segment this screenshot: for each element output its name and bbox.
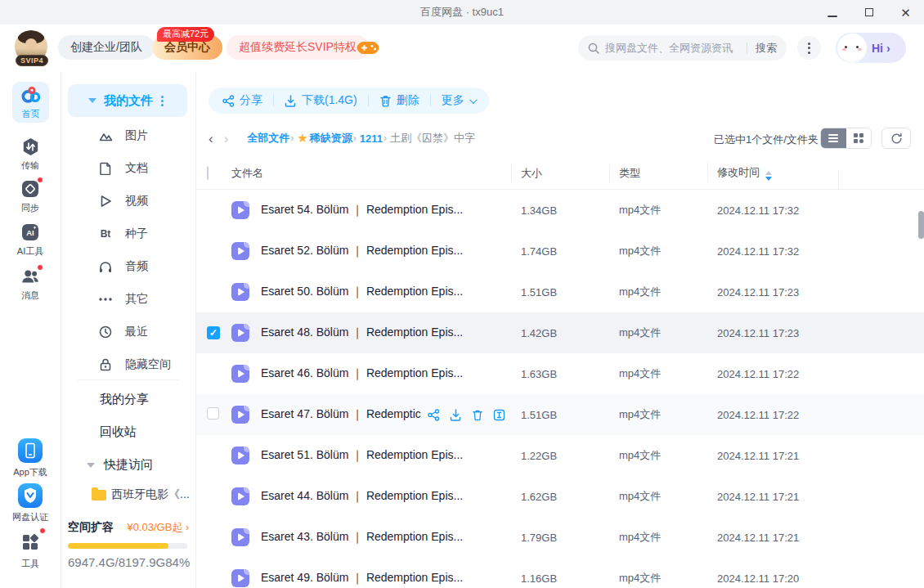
collapse-arrow-icon[interactable] bbox=[87, 463, 95, 468]
sidebar-item-documents[interactable]: 文档 bbox=[61, 152, 195, 185]
clock-icon bbox=[98, 325, 113, 339]
row-checkbox-checked[interactable]: ✓ bbox=[207, 326, 220, 339]
main-content: 分享 下载(1.4G) 删除 更多 ‹ › 全部文件›★稀缺资源›1211›土剧… bbox=[196, 72, 924, 588]
table-row[interactable]: Esaret 52. Bölüm ｜ Redemption Epis... 1.… bbox=[196, 231, 924, 272]
gamepad-icon[interactable] bbox=[357, 39, 379, 60]
file-name[interactable]: Esaret 46. Bölüm ｜ Redemption Epis... bbox=[261, 366, 463, 381]
table-row[interactable]: Esaret 43. Bölüm ｜ Redemption Epis... 1.… bbox=[196, 517, 924, 558]
breadcrumb-link[interactable]: 1211 bbox=[360, 132, 383, 145]
refresh-icon bbox=[890, 132, 903, 145]
share-icon bbox=[222, 95, 235, 107]
my-files-kebab-icon[interactable] bbox=[161, 96, 164, 106]
rail-item-tools[interactable]: 工具 bbox=[0, 530, 61, 570]
create-team-button[interactable]: 创建企业/团队 bbox=[58, 35, 155, 60]
file-name[interactable]: Esaret 44. Bölüm ｜ Redemption Epis... bbox=[261, 489, 463, 504]
file-name[interactable]: Esaret 50. Bölüm ｜ Redemption Epis... bbox=[261, 285, 463, 299]
row-checkbox[interactable] bbox=[207, 407, 219, 420]
sidebar-item-videos[interactable]: 视频 bbox=[61, 185, 195, 218]
column-header-time[interactable]: 修改时间 bbox=[707, 165, 838, 181]
sidebar-item-recycle-bin[interactable]: 回收站 bbox=[100, 424, 137, 440]
sidebar-item-my-shares[interactable]: 我的分享 bbox=[100, 392, 149, 407]
share-row-action-icon[interactable] bbox=[428, 409, 440, 421]
sidebar-item-quick-access[interactable]: 快捷访问 bbox=[87, 457, 153, 473]
maximize-button[interactable] bbox=[850, 0, 887, 25]
column-header-name[interactable]: 文件名 bbox=[229, 166, 511, 181]
svip-promo-button[interactable]: 超值续费延长SVIP特权 bbox=[227, 35, 369, 60]
more-actions-button[interactable]: 更多 bbox=[442, 93, 475, 108]
share-button[interactable]: 分享 bbox=[222, 93, 262, 108]
sidebar-item-other[interactable]: 其它 bbox=[61, 283, 195, 316]
select-all-checkbox[interactable] bbox=[207, 166, 209, 180]
video-file-icon bbox=[231, 447, 249, 465]
download-button[interactable]: 下载(1.4G) bbox=[285, 93, 357, 108]
file-name[interactable]: Esaret 43. Bölüm ｜ Redemption Epis... bbox=[261, 530, 463, 545]
svip-badge: SVIP4 bbox=[16, 55, 48, 66]
file-name[interactable]: Esaret 47. Bölüm ｜ Redemptic bbox=[261, 407, 421, 422]
app-header: SVIP4 创建企业/团队 会员中心 最高减72元 超值续费延长SVIP特权 搜… bbox=[0, 25, 924, 72]
breadcrumb-link[interactable]: 全部文件 bbox=[247, 131, 289, 146]
member-center-button[interactable]: 会员中心 最高减72元 bbox=[152, 35, 222, 60]
table-row[interactable]: Esaret 49. Bölüm ｜ Redemption Epis... 1.… bbox=[196, 558, 924, 588]
table-row[interactable]: Esaret 54. Bölüm ｜ Redemption Epis... 1.… bbox=[196, 190, 924, 231]
table-row[interactable]: ✓ Esaret 48. Bölüm ｜ Redemption Epis... … bbox=[196, 312, 924, 353]
breadcrumb-link[interactable]: 稀缺资源 bbox=[310, 131, 352, 146]
rail-item-transfer[interactable]: 传输 bbox=[0, 137, 61, 172]
search-input[interactable]: 搜网盘文件、全网资源资讯 搜索 bbox=[578, 35, 787, 61]
delete-button[interactable]: 删除 bbox=[379, 93, 419, 108]
file-time: 2024.12.11 17:32 bbox=[707, 204, 838, 217]
scrollbar-thumb[interactable] bbox=[918, 211, 924, 239]
more-menu-button[interactable] bbox=[797, 36, 821, 60]
sidebar-item-recent[interactable]: 最近 bbox=[61, 316, 195, 348]
file-name[interactable]: Esaret 51. Bölüm ｜ Redemption Epis... bbox=[261, 448, 463, 463]
refresh-button[interactable] bbox=[881, 128, 911, 149]
rail-item-messages[interactable]: 消息 bbox=[0, 267, 61, 302]
rail-item-ai-tools[interactable]: AI AI工具 bbox=[0, 222, 61, 258]
collapse-arrow-icon[interactable] bbox=[88, 98, 96, 103]
list-view-button[interactable] bbox=[821, 128, 846, 148]
user-avatar[interactable]: SVIP4 bbox=[15, 30, 49, 66]
search-button[interactable]: 搜索 bbox=[756, 41, 777, 56]
grid-view-button[interactable] bbox=[846, 128, 872, 148]
file-name[interactable]: Esaret 49. Bölüm ｜ Redemption Epis... bbox=[261, 571, 463, 586]
column-header-type[interactable]: 类型 bbox=[609, 166, 707, 181]
sidebar-item-pictures[interactable]: 图片 bbox=[61, 119, 195, 152]
file-time: 2024.12.11 17:22 bbox=[707, 368, 838, 380]
close-button[interactable]: ✕ bbox=[887, 0, 924, 25]
rail-item-app-download[interactable]: App下载 bbox=[0, 438, 61, 478]
sidebar-item-hidden-space[interactable]: 隐藏空间 bbox=[61, 348, 195, 381]
titlebar: 百度网盘 · tx9uc1 ✕ bbox=[0, 0, 924, 25]
rename-row-action-icon[interactable] bbox=[493, 409, 505, 421]
table-row[interactable]: Esaret 44. Bölüm ｜ Redemption Epis... 1.… bbox=[196, 476, 924, 517]
table-row[interactable]: Esaret 47. Bölüm ｜ Redemptic 1.51GB mp4文… bbox=[196, 394, 924, 435]
forward-button[interactable]: › bbox=[224, 132, 229, 146]
download-row-action-icon[interactable] bbox=[450, 409, 462, 421]
table-row[interactable]: Esaret 51. Bölüm ｜ Redemption Epis... 1.… bbox=[196, 435, 924, 476]
sidebar-item-audio[interactable]: 音频 bbox=[61, 250, 195, 283]
file-name[interactable]: Esaret 52. Bölüm ｜ Redemption Epis... bbox=[261, 244, 463, 258]
sort-icon[interactable] bbox=[765, 171, 772, 181]
grid-view-icon bbox=[854, 133, 863, 143]
file-time: 2024.12.11 17:21 bbox=[707, 491, 838, 503]
file-size: 1.42GB bbox=[511, 327, 609, 339]
sync-icon bbox=[20, 179, 40, 199]
trash-row-action-icon[interactable] bbox=[472, 409, 483, 421]
video-file-icon bbox=[231, 201, 249, 219]
file-name[interactable]: Esaret 54. Bölüm ｜ Redemption Epis... bbox=[261, 203, 463, 218]
storage-expand-link[interactable]: ¥0.03/GB起 › bbox=[127, 520, 189, 535]
sidebar-item-my-files[interactable]: 我的文件 bbox=[68, 84, 187, 117]
rail-item-netdisk-verify[interactable]: 网盘认证 bbox=[0, 483, 61, 523]
storage-percent: 84% bbox=[165, 555, 190, 569]
rail-item-home[interactable]: 首页 bbox=[12, 82, 49, 123]
table-row[interactable]: Esaret 46. Bölüm ｜ Redemption Epis... 1.… bbox=[196, 353, 924, 394]
assistant-button[interactable]: Hi › bbox=[836, 33, 906, 63]
minimize-button[interactable] bbox=[814, 0, 850, 25]
sidebar-item-torrents[interactable]: Bt 种子 bbox=[61, 218, 195, 250]
sidebar-item-quick-folder[interactable]: 西班牙电影《... bbox=[92, 487, 190, 502]
people-icon bbox=[20, 267, 40, 286]
file-name[interactable]: Esaret 48. Bölüm ｜ Redemption Epis... bbox=[261, 325, 463, 340]
notification-dot bbox=[37, 264, 43, 271]
rail-item-sync[interactable]: 同步 bbox=[0, 179, 61, 214]
back-button[interactable]: ‹ bbox=[209, 132, 213, 146]
table-row[interactable]: Esaret 50. Bölüm ｜ Redemption Epis... 1.… bbox=[196, 272, 924, 312]
column-header-size[interactable]: 大小 bbox=[511, 166, 609, 181]
